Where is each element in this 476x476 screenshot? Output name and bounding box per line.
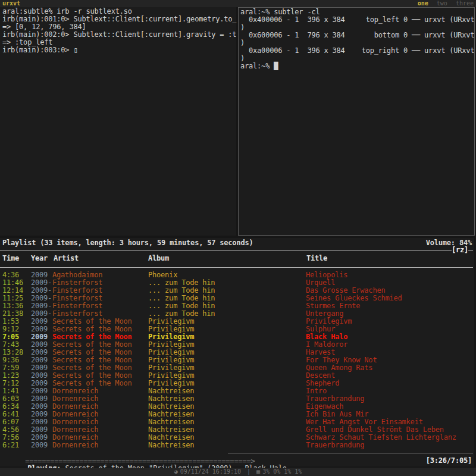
bottom-panel: ◕09/11/24 16:19:10 | ▦3% 0% 1% 1% — [0, 468, 476, 476]
desktop: urxvt one two three aral:subtle% irb -r … — [0, 0, 476, 476]
cpu-icon: ▦ — [256, 468, 260, 475]
cpu-sublet: 3% 0% 1% 1% — [262, 468, 302, 475]
datetime-sublet: 09/11/24 16:19:10 — [180, 468, 241, 475]
clock-icon: ◕ — [174, 468, 178, 475]
cell-year: 2009 — [31, 441, 48, 449]
terminal-subtler-window[interactable]: aral:~% subtler -cl 0x400006 - 1 396 x 3… — [238, 7, 475, 236]
column-header-album[interactable]: Album — [148, 255, 169, 262]
column-header-time[interactable]: Time — [2, 255, 19, 262]
workspace-one[interactable]: one — [418, 0, 428, 7]
header-separator: [rz] — [0, 246, 474, 254]
terminal-irb-window[interactable]: aral:subtle% irb -r subtlext.so irb(main… — [0, 7, 236, 236]
playlist-column-headers: Time Year Artist Album Title — [0, 255, 474, 262]
playlist-row[interactable]: 6:212009DornenreichNachtreisenTrauerbran… — [0, 441, 474, 449]
focused-window-title: urxvt — [2, 0, 20, 7]
workspace-two[interactable]: two — [437, 0, 447, 7]
workspace-list: one two three — [413, 0, 474, 7]
cell-artist: Dornenreich — [52, 441, 98, 449]
elapsed-total-time: [3:26/7:05] — [426, 457, 472, 465]
terminal-irb-text: aral:subtle% irb -r subtlext.so irb(main… — [2, 8, 236, 54]
separator-line — [0, 250, 473, 250]
column-header-artist[interactable]: Artist — [54, 255, 79, 262]
cell-title: Trauerbrandung — [306, 441, 364, 449]
playlist-rows: 4:362009AgathodaimonPhoenixHeliopolis11:… — [0, 271, 474, 450]
sublet-separator: | — [247, 468, 250, 475]
column-separator-line — [0, 267, 473, 268]
workspace-three[interactable]: three — [456, 0, 474, 7]
cell-album: Nachtreisen — [148, 441, 194, 449]
top-panel: urxvt one two three — [0, 0, 476, 7]
terminal-subtler-text: aral:~% subtler -cl 0x400006 - 1 396 x 3… — [240, 8, 474, 70]
column-header-year[interactable]: Year — [31, 255, 48, 262]
music-player-window[interactable]: Playlist (33 items, length: 3 hours, 59 … — [0, 238, 474, 466]
column-header-title[interactable]: Title — [306, 255, 327, 262]
player-statusbar: Playing: Secrets of the Moon "Privilegiv… — [2, 457, 472, 465]
progress-remainder-line — [228, 453, 473, 454]
cell-time: 6:21 — [2, 441, 19, 449]
player-flags: [rz] — [452, 246, 468, 254]
